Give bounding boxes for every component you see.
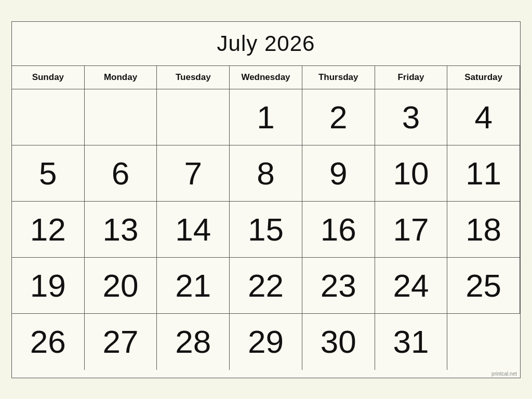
calendar-day: 15 [230, 202, 302, 258]
calendar-grid: SundayMondayTuesdayWednesdayThursdayFrid… [12, 66, 520, 370]
day-header: Monday [85, 66, 157, 89]
calendar-day: 28 [157, 314, 230, 370]
calendar-day: 12 [12, 202, 85, 258]
calendar-day: 21 [157, 258, 230, 314]
calendar-day-empty [12, 89, 85, 145]
calendar-day: 23 [302, 258, 375, 314]
calendar-day-empty [447, 314, 520, 370]
watermark: printcal.net [12, 370, 520, 378]
calendar-title: July 2026 [217, 31, 315, 56]
calendar-day: 27 [85, 314, 157, 370]
calendar-day-empty [157, 89, 230, 145]
calendar-day: 11 [447, 145, 520, 202]
calendar-day: 3 [375, 89, 448, 145]
calendar-day: 6 [85, 145, 157, 202]
calendar-day: 16 [302, 202, 375, 258]
day-header: Thursday [302, 66, 375, 89]
calendar-title-row: July 2026 [12, 22, 520, 66]
calendar-day: 1 [230, 89, 302, 145]
calendar-day: 26 [12, 314, 85, 370]
calendar-day-empty [85, 89, 157, 145]
calendar-day: 5 [12, 145, 85, 202]
calendar-day: 25 [447, 258, 520, 314]
calendar-day: 19 [12, 258, 85, 314]
calendar-day: 14 [157, 202, 230, 258]
calendar-day: 9 [302, 145, 375, 202]
calendar-day: 8 [230, 145, 302, 202]
day-header: Sunday [12, 66, 85, 89]
calendar-day: 10 [375, 145, 448, 202]
day-header: Wednesday [230, 66, 302, 89]
calendar-day: 31 [375, 314, 448, 370]
calendar-day: 29 [230, 314, 302, 370]
day-header: Friday [375, 66, 448, 89]
day-header: Saturday [447, 66, 520, 89]
calendar-day: 7 [157, 145, 230, 202]
calendar-day: 20 [85, 258, 157, 314]
day-header: Tuesday [157, 66, 230, 89]
calendar-day: 24 [375, 258, 448, 314]
calendar-day: 22 [230, 258, 302, 314]
calendar-day: 30 [302, 314, 375, 370]
calendar-day: 18 [447, 202, 520, 258]
calendar: July 2026 SundayMondayTuesdayWednesdayTh… [11, 21, 521, 378]
calendar-day: 4 [447, 89, 520, 145]
calendar-day: 13 [85, 202, 157, 258]
calendar-day: 17 [375, 202, 448, 258]
calendar-day: 2 [302, 89, 375, 145]
